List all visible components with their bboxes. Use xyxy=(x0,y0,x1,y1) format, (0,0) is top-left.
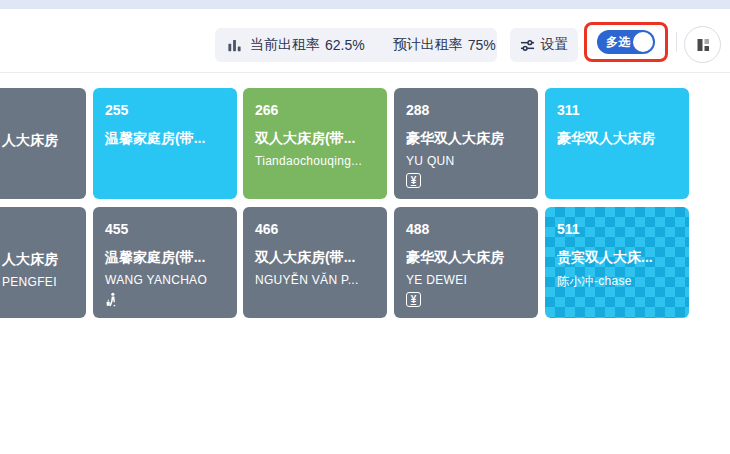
room-type: 豪华双人大床房 xyxy=(406,249,526,267)
guest-name: YE DEWEI xyxy=(406,273,526,287)
room-card[interactable]: 288 豪华双人大床房 YU QUN ¥ xyxy=(394,88,538,199)
room-type: 人大床房 xyxy=(2,132,74,150)
room-type: 双人大床房(带... xyxy=(255,130,375,148)
guest-with-luggage-icon xyxy=(105,292,120,307)
room-number: 288 xyxy=(406,102,526,118)
room-card[interactable]: 511 贵宾双人大床... 陈小冲-chase xyxy=(545,207,689,318)
room-number: 311 xyxy=(557,102,677,118)
yen-payment-icon: ¥ xyxy=(406,292,421,307)
room-card[interactable]: 488 豪华双人大床房 YE DEWEI ¥ xyxy=(394,207,538,318)
room-card[interactable]: 455 温馨家庭房(带... WANG YANCHAO xyxy=(93,207,237,318)
room-card[interactable]: 466 双人大床房(带... NGUYỄN VĂN P... xyxy=(243,207,387,318)
room-number: 511 xyxy=(557,221,677,237)
room-type: 人大床房 xyxy=(2,251,74,269)
guest-name: PENGFEI xyxy=(2,275,74,289)
room-grid: 人大床房 255 温馨家庭房(带... 266 双人大床房(带... Tiand… xyxy=(0,0,730,454)
room-type: 贵宾双人大床... xyxy=(557,249,677,267)
room-number: 266 xyxy=(255,102,375,118)
room-number: 466 xyxy=(255,221,375,237)
yen-payment-icon: ¥ xyxy=(406,173,421,188)
room-type: 豪华双人大床房 xyxy=(406,130,526,148)
guest-name: NGUYỄN VĂN P... xyxy=(255,273,375,287)
room-type: 豪华双人大床房 xyxy=(557,130,677,148)
room-number: 455 xyxy=(105,221,225,237)
room-type: 温馨家庭房(带... xyxy=(105,249,225,267)
room-card[interactable]: 人大床房 PENGFEI xyxy=(0,207,86,318)
room-card[interactable]: 266 双人大床房(带... Tiandaochouqing... xyxy=(243,88,387,199)
guest-name: Tiandaochouqing... xyxy=(255,154,375,168)
room-type: 温馨家庭房(带... xyxy=(105,130,225,148)
room-type: 双人大床房(带... xyxy=(255,249,375,267)
room-card[interactable]: 人大床房 xyxy=(0,88,86,199)
room-number: 488 xyxy=(406,221,526,237)
room-card[interactable]: 311 豪华双人大床房 xyxy=(545,88,689,199)
guest-name: 陈小冲-chase xyxy=(557,273,677,290)
guest-name: WANG YANCHAO xyxy=(105,273,225,287)
guest-name: YU QUN xyxy=(406,154,526,168)
room-number: 255 xyxy=(105,102,225,118)
room-card[interactable]: 255 温馨家庭房(带... xyxy=(93,88,237,199)
